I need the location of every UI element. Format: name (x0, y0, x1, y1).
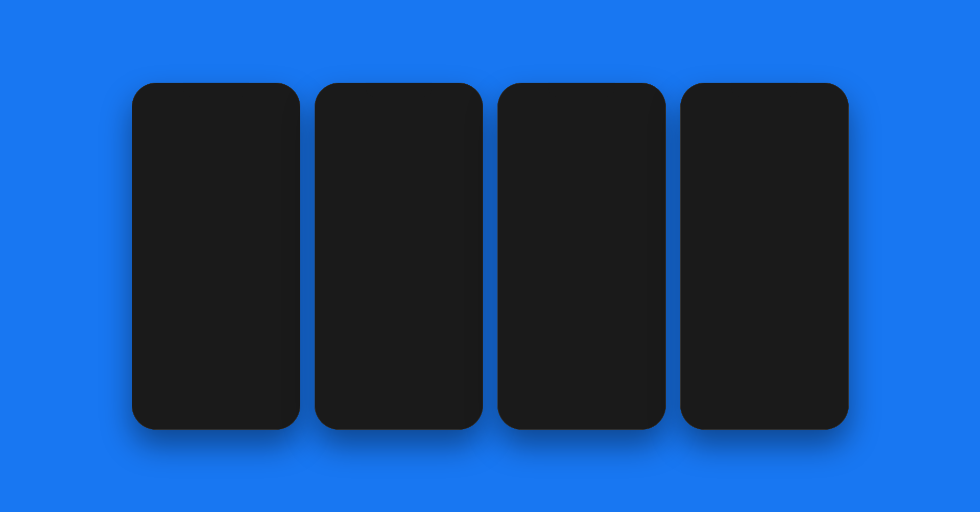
reel-cell-8[interactable] (555, 309, 608, 362)
lantern-icon (171, 189, 186, 210)
groups-quick-action[interactable]: 👤 グループ (784, 147, 828, 160)
post-avatar (691, 270, 710, 288)
phone4-screen: 2:04 ▐▐ ▲ ▬ facebook 🔍 💬 (684, 87, 845, 426)
phone1-wrapper: 2:04 ▐▐ ▲ ▬ 👍 ❤ Hoi Shan Yiuさん、他5人 コメント (132, 83, 300, 430)
reel-cell-4[interactable]: ▶ 1.2万 (501, 256, 554, 308)
reels-quick-action[interactable]: 🎬 リール動画 (691, 147, 740, 160)
reel-cell-7[interactable] (501, 309, 554, 362)
nav-underline (150, 417, 160, 418)
messenger-icon: 💬 (825, 111, 833, 119)
like-reaction: 👍 (142, 106, 150, 114)
reel-scroll-4[interactable]: ▶ 1,2 (836, 191, 845, 257)
create-reel-scroll[interactable]: + 作成するリール動画 (689, 191, 735, 257)
phone4-nav-bell[interactable]: 🔔 (779, 404, 810, 418)
photo-btn[interactable]: 🖼 (823, 129, 838, 143)
reel-cell-5-views: ▶ 8万 (557, 300, 570, 306)
lock-icon: 🔒 (517, 179, 525, 187)
phone4-bell-icon: 🔔 (789, 405, 800, 417)
like-btn[interactable]: 👍 いいね！ (142, 120, 192, 134)
phone4-status-bar: 2:04 ▐▐ ▲ ▬ (684, 87, 845, 103)
comment-input[interactable]: コメントを追加… (327, 400, 448, 417)
tab-rooms[interactable]: ルーム (788, 163, 837, 180)
nav-friends[interactable]: 👥 (201, 404, 231, 418)
reel-scroll-3[interactable]: ▶ 1,200万 (787, 191, 833, 257)
phone2-status-bar: 2:04 ▐▐ ▲ ▬ (323, 91, 475, 107)
reels-quick-icon: 🎬 (697, 150, 705, 158)
nav-video[interactable]: ▶ (170, 404, 201, 418)
nav-home[interactable]: 🏠 (140, 404, 171, 418)
heart-reaction: ❤ (151, 106, 159, 114)
phone4-nav-home[interactable]: 🏠 (688, 404, 719, 418)
share-input[interactable]: その気持ち、シェアしよう (712, 128, 819, 144)
reel-cell-6[interactable]: ▶ 1.4万 (609, 256, 661, 308)
reel-thumb-1[interactable]: Joonseo Kwon ▶ 12.1万 (142, 164, 214, 235)
phone4-nav-friends[interactable]: 👥 (749, 404, 780, 418)
profile-more-btn[interactable]: ••• (645, 107, 655, 118)
nav-menu[interactable]: ≡ (261, 404, 292, 418)
search-btn[interactable]: 🔍 (801, 107, 817, 124)
rooms-quick-action[interactable]: 👥 ルーム (744, 147, 781, 160)
phone1-content: 👍 ❤ Hoi Shan Yiuさん、他5人 コメント2件 👍 いいね！ 💬 (136, 103, 296, 426)
my-reels-btn[interactable]: 自分のリール動画 (218, 239, 290, 256)
nav-bell[interactable]: 🔔 (231, 404, 261, 418)
groups-quick-icon: 👤 (790, 150, 798, 158)
post-user-row: Rachel Smith 8時間・🌐 ••• (691, 270, 838, 288)
reel-scroll-2[interactable]: ▶ 1,200万 (738, 191, 784, 257)
phone3-time: 2:04 (512, 92, 525, 100)
commenter-bubble: tai Jordaan・ ••• (342, 382, 395, 394)
phone2-screen: 2:04 ▐▐ ▲ ▬ ‹ 📷 📷 作成する 👍 2.2万 (319, 87, 479, 426)
post-user-info: Rachel Smith 8時間・🌐 (691, 270, 756, 288)
tab-reels[interactable]: リール動画 (740, 163, 788, 180)
search-icon: 🔍 (804, 111, 813, 119)
reel-cell-5[interactable]: ▶ 8万 (555, 256, 608, 308)
create-reel-btn[interactable]: 作成する (142, 239, 214, 256)
share-btn[interactable]: ↗ シェア (241, 120, 290, 134)
reel-action-btns: 作成する 自分のリール動画 (142, 239, 290, 256)
phone1-screen: 2:04 ▐▐ ▲ ▬ 👍 ❤ Hoi Shan Yiuさん、他5人 コメント (136, 87, 296, 426)
post-more[interactable]: ••• (281, 275, 290, 284)
reels-grid-profile: ▶ 12.1万 ▶ 9万 ▶ 8.1万 ▶ 1.2万 ▶ 8万 ▶ 1.4万 (501, 202, 662, 362)
reel-cell-1[interactable]: ▶ 12.1万 (501, 202, 554, 255)
phone3-header: ← Tidaさんのリール動画 ••• (501, 103, 662, 124)
camera-icon: 📷 (409, 111, 416, 118)
tab-stories[interactable]: ストーリーズ (691, 163, 740, 180)
reel-follow-text[interactable]: フォローする (396, 349, 436, 358)
commenter-row: tai Jordaan・ ••• (327, 382, 448, 394)
reel-cell-3[interactable]: ▶ 8.1万 (609, 202, 661, 255)
reel-cell-3-views: ▶ 8.1万 (611, 246, 628, 253)
commenter-more[interactable]: ••• (384, 384, 391, 392)
comment-btn[interactable]: 💬 コメントする (191, 120, 241, 134)
phone2-wrapper: 2:04 ▐▐ ▲ ▬ ‹ 📷 📷 作成する 👍 2.2万 (315, 83, 483, 430)
reel-thumb-2[interactable]: Martin Kang ▶ 8.8万 (218, 164, 290, 235)
fb-header-icons: 🔍 💬 (801, 107, 838, 124)
user-avatar (691, 128, 708, 144)
profile-top-circle[interactable] (452, 107, 471, 126)
like-action-icon: 👍 (455, 251, 473, 270)
phone4-nav-video[interactable]: ▶ (719, 404, 749, 418)
phone1-status-bar: 2:04 ▐▐ ▲ ▬ (136, 87, 296, 103)
reel-scroll-3-views: ▶ 1,200万 (790, 250, 809, 255)
post-more-btn[interactable]: ••• (829, 274, 838, 283)
video-icon: ▶ (182, 405, 189, 417)
reel-user-row: Itai Jordaan ● フォローする (327, 346, 448, 362)
like-count: 2.2万 (458, 271, 470, 278)
share-action[interactable]: ↗ 52 (455, 319, 473, 344)
reels-section: 🎬 リール動画 ••• Joonseo Kwon (136, 145, 296, 261)
phone3-back-btn[interactable]: ← (509, 107, 518, 118)
messenger-btn[interactable]: 💬 (821, 107, 838, 124)
phone4-home-icon: 🏠 (698, 404, 709, 416)
section-more[interactable]: ••• (281, 150, 290, 159)
follow-btn[interactable]: 🔒 🔒 フォローする (509, 170, 580, 197)
poster-info: B Bente Othman 8時間・🌐 (142, 271, 210, 289)
phone4-nav-menu[interactable]: ≡ (810, 404, 841, 418)
create-top-btn[interactable]: 📷 📷 作成する (405, 109, 450, 120)
phone2-back-btn[interactable]: ‹ (328, 113, 331, 124)
menu-icon: ≡ (274, 405, 279, 416)
reel-cell-2[interactable]: ▶ 9万 (555, 202, 608, 255)
message-btn[interactable]: ✉ ✉ メッセージ (584, 170, 655, 197)
reel-scroll-2-views: ▶ 1,200万 (740, 250, 760, 255)
reel-cell-9[interactable] (609, 309, 661, 362)
home-icon: 🏠 (149, 404, 160, 416)
comment-action[interactable]: 💬 780 (455, 286, 473, 311)
like-action[interactable]: 👍 2.2万 (455, 251, 473, 278)
